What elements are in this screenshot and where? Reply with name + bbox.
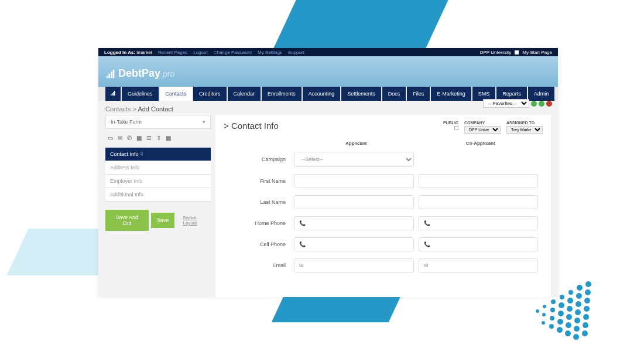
nav-enrollments[interactable]: Enrollments [262,87,302,101]
topbar-support[interactable]: Support [288,50,304,55]
topbar-logout[interactable]: Logout [193,50,207,55]
svg-point-29 [549,324,554,329]
save-and-exit-button[interactable]: Save And Exit [105,210,149,231]
svg-point-3 [568,290,573,295]
fav-remove-icon[interactable] [546,101,552,107]
svg-point-14 [583,314,589,320]
header: DebtPaypro [98,56,558,87]
fav-add-icon[interactable] [531,101,537,107]
svg-point-5 [584,298,590,304]
public-checkbox[interactable] [454,126,458,130]
label-cell-phone: Cell Phone [224,241,294,247]
topbar-startpage[interactable]: My Start Page [522,50,552,55]
home-phone-applicant[interactable] [310,217,413,230]
nav-accounting[interactable]: Accounting [303,87,341,101]
svg-point-26 [574,326,580,332]
last-name-applicant[interactable] [294,195,414,209]
phone-icon: 📞 [294,238,310,251]
breadcrumb-sep: > [132,105,136,113]
nav-settlements[interactable]: Settlements [341,87,381,101]
svg-point-30 [557,327,563,333]
logged-in-user: tmarket [136,50,152,55]
pointer-icon: ☟ [140,151,143,157]
nav-files[interactable]: Files [407,87,430,101]
email-applicant[interactable] [309,259,413,272]
svg-point-16 [550,308,555,312]
favorites-bar: ---Favorites--- [483,99,552,108]
svg-point-9 [584,306,590,312]
topbar-my-settings[interactable]: My Settings [258,50,282,55]
assigned-to-select[interactable]: Trey Market [506,126,543,134]
logo: DebtPaypro [105,67,174,80]
svg-point-2 [585,289,591,295]
meta-company: COMPANY DPP University [464,121,501,134]
switch-layout-link[interactable]: Switch Layout [183,215,211,226]
section-contact-info[interactable]: Contact Info ☟ [105,147,211,161]
intake-form-select[interactable]: In-Take Form [105,115,211,129]
logo-icon [105,69,116,79]
company-select[interactable]: DPP University [464,126,501,134]
topbar-change-password[interactable]: Change Password [214,50,252,55]
nav-home-icon[interactable] [105,87,121,101]
svg-point-21 [536,309,539,313]
last-name-coapplicant[interactable] [419,195,539,209]
app-window: Logged In As: tmarket Recent Pages Logou… [98,48,558,297]
svg-point-17 [558,311,564,316]
envelope-icon: ✉ [294,259,309,272]
nav-contacts[interactable]: Contacts [160,87,193,101]
phone-icon[interactable]: ✆ [127,135,132,141]
calendar-icon[interactable]: ▦ [136,135,142,141]
section-additional-info[interactable]: Additional Info [105,188,211,202]
favorites-select[interactable]: ---Favorites--- [483,99,529,108]
nav-creditors[interactable]: Creditors [193,87,227,101]
topbar-university[interactable]: DPP University [480,50,512,55]
sidebar-icon-row: ▭ ✉ ✆ ▦ ☰ ⇧ ▦ [105,134,211,142]
svg-rect-36 [113,69,115,77]
card-icon[interactable]: ▭ [108,135,113,141]
svg-point-18 [566,314,572,320]
nav-calendar[interactable]: Calendar [228,87,261,101]
logo-suffix: pro [163,69,174,79]
svg-point-22 [542,313,546,316]
phone-icon: 📞 [294,217,310,230]
content: In-Take Form ▭ ✉ ✆ ▦ ☰ ⇧ ▦ Contact Info … [98,115,558,297]
section-list: Contact Info ☟ Address Info Employer Inf… [105,147,211,202]
panel-title: > Contact Info [224,121,279,131]
svg-rect-33 [107,76,108,78]
section-employer-info[interactable]: Employer Info [105,174,211,188]
meta-assigned: ASSIGNED TO Trey Market [506,121,543,134]
fav-check-icon[interactable] [539,101,544,107]
first-name-coapplicant[interactable] [419,174,539,188]
svg-point-20 [583,322,588,328]
envelope-icon[interactable]: ✉ [118,135,122,141]
cell-phone-coapplicant[interactable] [435,238,538,251]
cell-phone-applicant[interactable] [310,238,413,251]
svg-point-4 [576,293,582,299]
section-address-info[interactable]: Address Info [105,161,211,174]
svg-rect-38 [112,93,113,96]
grid-icon[interactable]: ▦ [166,135,171,141]
list-icon[interactable]: ☰ [146,135,152,141]
email-coapplicant[interactable] [433,259,538,272]
svg-rect-40 [114,91,115,96]
breadcrumb-root[interactable]: Contacts [105,105,131,113]
home-phone-coapplicant[interactable] [435,217,538,230]
nav-emarketing[interactable]: E-Marketing [431,87,471,101]
logged-in-prefix: Logged In As: [104,50,135,55]
nav-guidelines[interactable]: Guidelines [122,87,159,101]
nav-docs[interactable]: Docs [382,87,406,101]
first-name-applicant[interactable] [294,174,414,188]
upload-icon[interactable]: ⇧ [156,135,161,141]
svg-point-10 [551,299,556,304]
svg-point-11 [559,302,564,308]
campaign-select[interactable]: --Select-- [294,152,414,167]
startpage-checkbox[interactable] [515,50,519,54]
svg-rect-37 [111,94,112,96]
label-first-name: First Name [224,178,294,184]
svg-rect-34 [108,74,110,78]
svg-point-12 [567,306,573,312]
svg-point-6 [560,295,564,299]
svg-point-28 [542,321,545,325]
save-button[interactable]: Save [151,213,175,228]
topbar-recent-pages[interactable]: Recent Pages [158,50,187,55]
